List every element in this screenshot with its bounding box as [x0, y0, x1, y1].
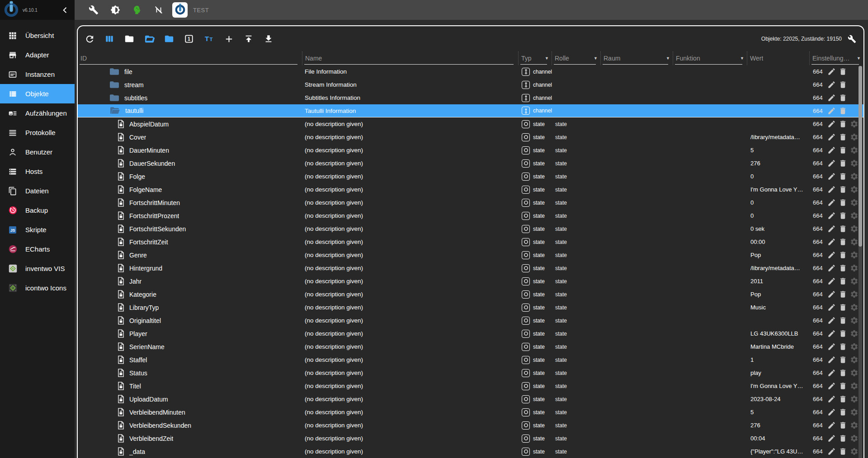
- edit-icon[interactable]: [827, 342, 836, 351]
- sync-off-icon[interactable]: [153, 5, 164, 15]
- edit-icon[interactable]: [827, 290, 836, 299]
- sidebar-item-backup[interactable]: Backup: [0, 201, 75, 220]
- edit-icon[interactable]: [827, 159, 836, 168]
- upload-icon[interactable]: [243, 33, 254, 44]
- edit-icon[interactable]: [827, 133, 836, 141]
- refresh-icon[interactable]: [84, 33, 95, 44]
- edit-icon[interactable]: [827, 198, 836, 207]
- settings-icon[interactable]: [850, 395, 859, 403]
- settings-icon[interactable]: [850, 447, 859, 456]
- object-row-serienname[interactable]: SerienName(no description given)statesta…: [78, 340, 863, 353]
- settings-icon[interactable]: [850, 303, 859, 312]
- delete-icon[interactable]: [839, 67, 847, 76]
- settings-icon[interactable]: [850, 120, 859, 128]
- sidebar-item-benutzer[interactable]: Benutzer: [0, 142, 75, 162]
- delete-icon[interactable]: [839, 185, 847, 194]
- object-row-subtitles[interactable]: subtitlesSubtitles Informationchannel664: [78, 91, 863, 104]
- folder-open-row-icon[interactable]: [109, 107, 120, 115]
- delete-icon[interactable]: [839, 369, 847, 377]
- settings-icon[interactable]: [850, 355, 859, 364]
- delete-icon[interactable]: [839, 290, 847, 299]
- object-row-genre[interactable]: Genre(no description given)statestatePop…: [78, 248, 863, 262]
- delete-icon[interactable]: [839, 198, 847, 207]
- delete-icon[interactable]: [839, 133, 847, 141]
- depth-one-icon[interactable]: 1: [184, 33, 194, 44]
- column-header-raum[interactable]: Raum▼: [600, 51, 673, 65]
- edit-icon[interactable]: [827, 251, 836, 259]
- edit-icon[interactable]: [827, 264, 836, 272]
- object-row-verbleibendzeit[interactable]: VerbleibendZeit(no description given)sta…: [78, 432, 863, 445]
- object-row-dauersekunden[interactable]: DauerSekunden(no description given)state…: [78, 157, 863, 170]
- object-row-librarytyp[interactable]: LibraryTyp(no description given)statesta…: [78, 301, 863, 314]
- settings-icon[interactable]: [850, 277, 859, 285]
- edit-icon[interactable]: [827, 107, 836, 115]
- active-tab-chip[interactable]: [172, 2, 188, 18]
- settings-icon[interactable]: [850, 408, 859, 416]
- delete-icon[interactable]: [839, 107, 847, 115]
- settings-icon[interactable]: [850, 290, 859, 299]
- object-row-staffel[interactable]: Staffel(no description given)statestate1…: [78, 353, 863, 366]
- filter-dropdown-icon[interactable]: ▼: [738, 56, 744, 61]
- folder-row-icon[interactable]: [109, 94, 119, 102]
- delete-icon[interactable]: [839, 421, 847, 430]
- sidebar-item-echarts[interactable]: ECharts: [0, 239, 75, 259]
- column-settings-wrench-icon[interactable]: [846, 33, 857, 44]
- settings-icon[interactable]: [850, 251, 859, 259]
- edit-icon[interactable]: [827, 316, 836, 325]
- settings-icon[interactable]: [850, 159, 859, 168]
- edit-icon[interactable]: [827, 224, 836, 233]
- settings-icon[interactable]: [850, 316, 859, 325]
- object-row-file[interactable]: fileFile Informationchannel664: [78, 65, 863, 78]
- delete-icon[interactable]: [839, 93, 847, 102]
- object-row-abspieldatum[interactable]: AbspielDatum(no description given)states…: [78, 117, 863, 131]
- edit-icon[interactable]: [827, 421, 836, 430]
- delete-icon[interactable]: [839, 238, 847, 246]
- delete-icon[interactable]: [839, 159, 847, 168]
- delete-icon[interactable]: [839, 211, 847, 220]
- sidebar-item-icontwo-icons[interactable]: icontwo Icons: [0, 278, 75, 298]
- folder-row-icon[interactable]: [109, 68, 119, 76]
- edit-icon[interactable]: [827, 120, 836, 128]
- filter-dropdown-icon[interactable]: ▼: [543, 56, 549, 61]
- edit-icon[interactable]: [827, 303, 836, 312]
- theme-icon[interactable]: [110, 5, 121, 15]
- edit-icon[interactable]: [827, 382, 836, 390]
- sidebar-item-instanzen[interactable]: Instanzen: [0, 65, 75, 84]
- edit-icon[interactable]: [827, 211, 836, 220]
- add-object-icon[interactable]: [223, 33, 234, 44]
- edit-icon[interactable]: [827, 172, 836, 181]
- object-row-hintergrund[interactable]: Hintergrund(no description given)statest…: [78, 262, 863, 275]
- settings-icon[interactable]: [850, 369, 859, 377]
- delete-icon[interactable]: [839, 224, 847, 233]
- object-row-player[interactable]: Player(no description given)statestateLG…: [78, 327, 863, 340]
- edit-icon[interactable]: [827, 93, 836, 102]
- delete-icon[interactable]: [839, 277, 847, 285]
- filter-dropdown-icon[interactable]: ▼: [664, 56, 670, 61]
- edit-icon[interactable]: [827, 434, 836, 443]
- settings-icon[interactable]: [850, 211, 859, 220]
- download-icon[interactable]: [263, 33, 274, 44]
- sidebar-item-adapter[interactable]: Adapter: [0, 45, 75, 65]
- settings-icon[interactable]: [850, 238, 859, 246]
- object-row-_data[interactable]: _data(no description given)statestate{"P…: [78, 445, 863, 458]
- settings-icon[interactable]: [850, 146, 859, 154]
- delete-icon[interactable]: [839, 80, 847, 89]
- sidebar-item-objekte[interactable]: Objekte: [0, 84, 75, 103]
- expert-mode-icon[interactable]: [132, 5, 142, 15]
- sidebar-item-aufz-hlungen[interactable]: Aufzählungen: [0, 103, 75, 123]
- object-row-folgename[interactable]: FolgeName(no description given)statestat…: [78, 183, 863, 196]
- object-row-fortschrittprozent[interactable]: FortschrittProzent(no description given)…: [78, 209, 863, 222]
- open-folders-icon[interactable]: [144, 33, 155, 44]
- delete-icon[interactable]: [839, 146, 847, 154]
- object-row-originaltitel[interactable]: Originaltitel(no description given)state…: [78, 314, 863, 327]
- object-row-fortschrittsekunden[interactable]: FortschrittSekunden(no description given…: [78, 222, 863, 235]
- collapse-folders-icon[interactable]: [124, 33, 135, 44]
- object-row-fortschrittminuten[interactable]: FortschrittMinuten(no description given)…: [78, 196, 863, 209]
- object-row-verbleibendsekunden[interactable]: VerbleibendSekunden(no description given…: [78, 419, 863, 432]
- view-columns-icon[interactable]: [104, 33, 115, 44]
- object-row-stream[interactable]: streamStream Informationchannel664: [78, 78, 863, 91]
- edit-icon[interactable]: [827, 67, 836, 76]
- settings-icon[interactable]: [850, 382, 859, 390]
- column-header-rolle[interactable]: Rolle▼: [552, 51, 600, 65]
- wrench-icon[interactable]: [88, 5, 99, 15]
